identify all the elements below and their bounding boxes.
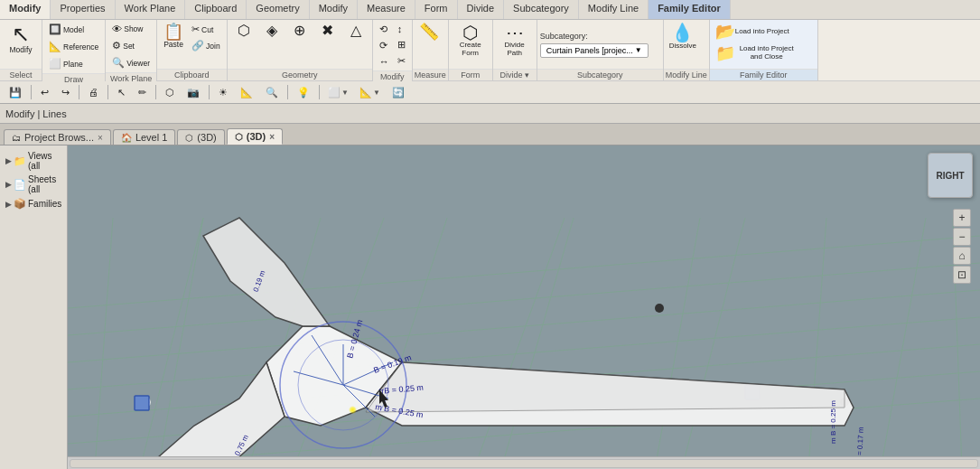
toolbar-3d-btn[interactable]: ⬡ (160, 85, 180, 100)
main-area: ▶ 📁 Views (all ▶ 📄 Sheets (all ▶ 📦 Famil… (0, 145, 980, 469)
tab-3d2-close[interactable]: × (269, 132, 275, 142)
zoom-fit-btn[interactable]: ⊡ (953, 266, 971, 284)
zoom-controls: + − ⌂ ⊡ (953, 209, 971, 284)
ribbon-tab-clipboard[interactable]: Clipboard (185, 0, 247, 19)
toolbar-view-arrow-icon: ▼ (341, 89, 349, 97)
subcategory-dropdown[interactable]: Curtain Panels [projec... ▼ (540, 43, 649, 58)
join-btn[interactable]: 🔗 Join (188, 38, 224, 53)
ribbon-tab-form[interactable]: Form (415, 0, 458, 19)
create-form-icon: ⬡ (462, 23, 478, 42)
toolbar-view-dropdown[interactable]: ⬜ ▼ (323, 85, 353, 100)
tab-level1[interactable]: 🏠 Level 1 (113, 129, 175, 145)
toolbar-sep-6 (287, 85, 288, 99)
toolbar-save-btn[interactable]: 💾 (4, 85, 27, 100)
toolbar-style-dropdown[interactable]: 📐 ▼ (355, 85, 385, 100)
ribbon-tab-modify2[interactable]: Modify (310, 0, 358, 19)
ribbon-tab-geometry[interactable]: Geometry (247, 0, 309, 19)
toolbar-bulb-btn[interactable]: 💡 (292, 85, 315, 100)
toolbar-redo-btn[interactable]: ↪ (56, 85, 75, 100)
model-btn[interactable]: 🔲 Model (45, 22, 88, 37)
tab-3d-2[interactable]: ⬡ (3D) × (227, 128, 283, 145)
load-project-label: Load into Project (735, 28, 789, 36)
group-title-divide: Divide ▾ (493, 69, 537, 80)
toolbar-measure-btn[interactable]: 📐 (235, 85, 258, 100)
toolbar-sun-btn[interactable]: ☀ (213, 85, 233, 100)
toolbar-arrow-btn[interactable]: ↖ (112, 85, 131, 100)
geometry-tools2-btn[interactable]: ◈ (258, 22, 285, 40)
tab-project-browser-close[interactable]: × (98, 133, 103, 143)
mod2-btn3[interactable]: ↔ (376, 54, 393, 69)
ribbon-tab-work-plane[interactable]: Work Plane (116, 0, 186, 19)
measure-btn[interactable]: 📏 (415, 22, 443, 42)
geometry5-icon: △ (350, 23, 361, 38)
create-form-btn[interactable]: ⬡ Create Form (452, 22, 490, 60)
divide-path-icon: ⋯ (506, 23, 524, 42)
group-title-family-editor: Family Editor (710, 69, 817, 80)
mod2-btn5[interactable]: ⊞ (394, 37, 409, 52)
zoom-out-btn[interactable]: − (953, 228, 971, 246)
ribbon-tab-subcategory[interactable]: Subcategory (504, 0, 579, 19)
geometry-tools4-btn[interactable]: ✖ (314, 22, 341, 40)
viewport-scrollbar-bottom[interactable] (68, 456, 980, 469)
toolbar-camera-btn[interactable]: 📷 (182, 85, 205, 100)
toolbar-sep-1 (31, 85, 32, 99)
group-title-modify-line: Modify Line (664, 69, 709, 80)
toolbar-sync-btn[interactable]: 🔄 (387, 85, 410, 100)
mod2-btn2[interactable]: ⟳ (376, 38, 393, 53)
toolbar-edit-btn[interactable]: ✏ (133, 85, 152, 100)
ribbon-tab-measure[interactable]: Measure (358, 0, 415, 19)
ribbon-group-modify: ↖ Modify Select (0, 20, 42, 80)
load-into-project-close-btn[interactable]: 📁 Load into Project and Close (713, 43, 803, 63)
geometry-tools3-btn[interactable]: ⊕ (286, 22, 313, 40)
plane-btn[interactable]: ⬜ Plane (45, 56, 87, 71)
tab-3d-1[interactable]: ⬡ (3D) (177, 129, 224, 145)
zoom-in-btn[interactable]: + (953, 209, 971, 227)
dissolve-btn[interactable]: 💧 Dissolve (667, 22, 699, 52)
viewer-btn[interactable]: 🔍 Viewer (108, 55, 154, 70)
reference-btn[interactable]: 📐 Reference (45, 39, 102, 54)
shape-left-arm (122, 362, 285, 469)
subcategory-arrow-icon: ▼ (635, 46, 642, 54)
modify-button[interactable]: ↖ Modify (3, 22, 39, 56)
load-into-project-btn[interactable]: 📂 Load into Project (713, 22, 803, 42)
zoom-home-btn[interactable]: ⌂ (953, 247, 971, 265)
mod2-btn1[interactable]: ⟲ (376, 22, 393, 37)
sidebar-families-folder-icon: 📦 (14, 198, 26, 210)
cut-btn[interactable]: ✂ Cut (188, 22, 224, 37)
toolbar-print-btn[interactable]: 🖨 (83, 85, 104, 99)
show-btn[interactable]: 👁 Show (108, 22, 146, 36)
sidebar-sheets[interactable]: ▶ 📄 Sheets (all (0, 173, 67, 196)
mod2-btn4[interactable]: ↕ (394, 22, 409, 36)
geometry-tools5-btn[interactable]: △ (342, 22, 369, 40)
sidebar-views[interactable]: ▶ 📁 Views (all (0, 149, 67, 173)
sidebar-families[interactable]: ▶ 📦 Families (0, 196, 67, 211)
toolbar-zoom-btn[interactable]: 🔍 (260, 85, 284, 100)
geometry-tools-btn[interactable]: ⬡ (230, 22, 257, 40)
viewport-3d[interactable]: B = 0.24 m B = 0.19 m trB = 0.25 m m B =… (68, 145, 980, 469)
viewer-icon: 🔍 (112, 57, 125, 69)
svg-line-19 (881, 218, 926, 469)
toolbar-undo-btn[interactable]: ↩ (35, 85, 54, 100)
ribbon-tab-modify-line[interactable]: Modify Line (579, 0, 649, 19)
join-icon: 🔗 (191, 40, 204, 52)
ribbon-tab-modify[interactable]: Modify (0, 0, 51, 19)
tab-project-browser-icon: 🗂 (12, 133, 21, 143)
ribbon-tab-family-editor[interactable]: Family Editor (649, 0, 731, 19)
svg-line-11 (501, 218, 574, 469)
divide-path-btn[interactable]: ⋯ Divide Path (496, 22, 534, 60)
paste-btn[interactable]: 📋 Paste (160, 22, 187, 51)
ribbon-tab-properties[interactable]: Properties (51, 0, 115, 19)
svg-line-1 (68, 263, 980, 335)
set-btn[interactable]: ⚙ Set (108, 38, 138, 53)
ribbon-tab-divide[interactable]: Divide (458, 0, 505, 19)
ribbon-group-workplane: 👁 Show ⚙ Set 🔍 Viewer Work Plane (106, 20, 157, 80)
horizontal-scrollbar[interactable] (70, 459, 978, 468)
geometry3-icon: ⊕ (294, 23, 305, 38)
group-title-select: Select (0, 69, 42, 80)
project-browser-sidebar: ▶ 📁 Views (all ▶ 📄 Sheets (all ▶ 📦 Famil… (0, 145, 68, 469)
mod2-icon5: ⊞ (397, 39, 406, 51)
nav-cube[interactable]: RIGHT (928, 153, 973, 198)
tab-project-browser[interactable]: 🗂 Project Brows... × (4, 129, 111, 145)
svg-marker-20 (366, 362, 845, 412)
mod2-btn6[interactable]: ✂ (394, 53, 409, 69)
